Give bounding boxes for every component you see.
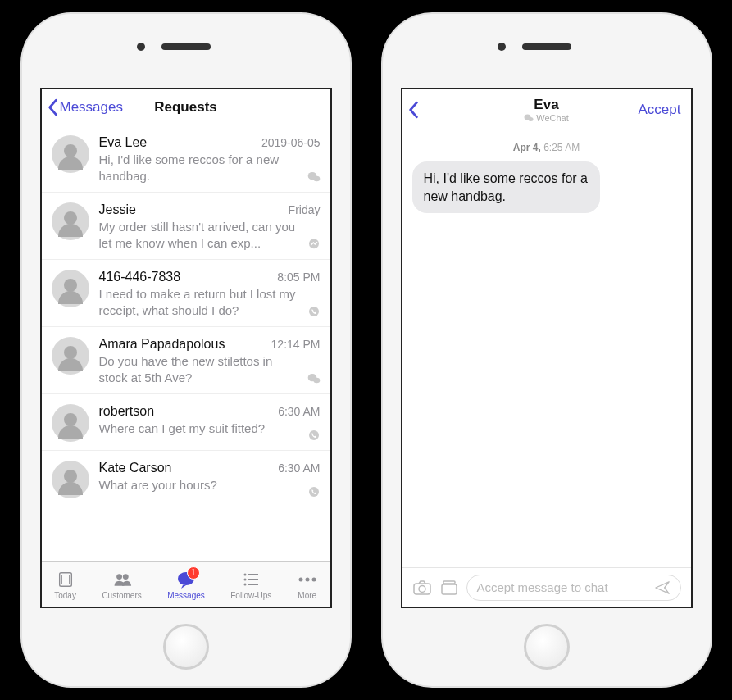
request-row[interactable]: JessieFridayMy order still hasn't arrive… <box>42 193 330 260</box>
wechat-icon <box>307 372 321 385</box>
chat-body: Apr 4, 6:25 AM Hi, I'd like some reccos … <box>402 130 691 567</box>
message-bubble: Hi, I'd like some reccos for a new handb… <box>412 161 601 213</box>
row-preview: My order still hasn't arrived, can you l… <box>99 219 321 251</box>
svg-point-10 <box>116 574 122 580</box>
row-body: JessieFridayMy order still hasn't arrive… <box>99 202 321 251</box>
back-button[interactable]: Messages <box>47 98 123 116</box>
row-body: Amara Papadapolous12:14 PMDo you have th… <box>99 337 321 385</box>
tab-messages[interactable]: Messages1 <box>167 570 205 600</box>
row-name: Kate Carson <box>99 461 172 475</box>
request-row[interactable]: robertson6:30 AMWhere can I get my suit … <box>42 394 330 451</box>
wechat-icon <box>307 170 321 184</box>
tab-badge: 1 <box>187 566 200 580</box>
row-name: Amara Papadapolous <box>99 337 225 352</box>
phone-speaker <box>522 43 571 50</box>
tab-label: Messages <box>167 591 205 600</box>
camera-icon[interactable] <box>412 580 432 596</box>
messenger-icon <box>307 238 321 251</box>
svg-point-21 <box>311 577 316 581</box>
avatar <box>52 337 89 375</box>
row-time: 12:14 PM <box>271 338 321 351</box>
tab-more[interactable]: More <box>298 570 317 600</box>
svg-rect-27 <box>443 581 455 584</box>
svg-point-6 <box>309 430 319 440</box>
page-title: Requests <box>154 99 217 116</box>
tab-label: Today <box>54 591 76 600</box>
avatar <box>52 202 89 240</box>
row-name: Eva Lee <box>99 135 148 150</box>
phone-speaker <box>161 43 211 50</box>
phone-camera <box>137 43 145 51</box>
whatsapp-icon <box>307 429 321 442</box>
svg-rect-26 <box>442 584 457 594</box>
chevron-left-icon <box>47 98 58 116</box>
row-time: 6:30 AM <box>278 405 320 418</box>
whatsapp-icon <box>307 305 321 318</box>
request-list[interactable]: Eva Lee2019-06-05Hi, I'd like some recco… <box>42 125 330 561</box>
row-body: 416-446-78388:05 PMI need to make a retu… <box>99 270 321 318</box>
send-icon <box>654 580 671 595</box>
row-preview: What are your hours? <box>99 477 321 493</box>
accept-button[interactable]: Accept <box>639 102 681 118</box>
row-name: robertson <box>99 404 155 419</box>
svg-rect-18 <box>248 584 258 585</box>
request-row[interactable]: Kate Carson6:30 AMWhat are your hours? <box>42 451 330 507</box>
avatar <box>52 404 89 442</box>
chat-subtitle-text: WeChat <box>536 113 569 123</box>
row-body: Kate Carson6:30 AMWhat are your hours? <box>99 461 321 498</box>
chat-title: Eva <box>534 97 558 113</box>
request-row[interactable]: 416-446-78388:05 PMI need to make a retu… <box>42 260 330 327</box>
row-preview: Hi, I'd like some reccos for a new handb… <box>99 152 321 184</box>
phone-camera <box>498 43 506 51</box>
phone-left: Messages Requests Eva Lee2019-06-05Hi, I… <box>22 14 350 686</box>
svg-point-19 <box>298 577 302 581</box>
chat-subtitle: WeChat <box>524 113 569 123</box>
row-preview: Do you have the new stilettos in stock a… <box>99 353 321 385</box>
home-button[interactable] <box>524 624 570 670</box>
tab-icon <box>298 570 317 589</box>
svg-point-17 <box>244 583 247 585</box>
row-time: 8:05 PM <box>277 270 320 284</box>
tab-label: Customers <box>102 591 141 600</box>
phone-right: Eva WeChat Accept Apr 4, 6:25 AM Hi, I'd… <box>383 14 711 686</box>
gallery-icon[interactable] <box>440 580 458 596</box>
composer-placeholder: Accept message to chat <box>477 580 608 594</box>
avatar <box>52 270 89 307</box>
tab-icon <box>241 570 261 589</box>
svg-point-25 <box>419 585 425 592</box>
chat-timestamp-time: 6:25 AM <box>543 142 580 153</box>
row-time: 2019-06-05 <box>261 136 321 149</box>
svg-point-15 <box>244 578 247 580</box>
row-preview: I need to make a return but I lost my re… <box>99 286 321 318</box>
svg-point-20 <box>305 577 309 581</box>
tab-follow-ups[interactable]: Follow-Ups <box>230 570 271 600</box>
back-label: Messages <box>60 99 123 116</box>
tab-label: Follow-Ups <box>230 591 271 600</box>
svg-point-5 <box>313 378 320 384</box>
chat-timestamp: Apr 4, 6:25 AM <box>412 142 681 153</box>
svg-point-13 <box>244 573 247 575</box>
row-time: Friday <box>289 203 321 216</box>
back-button[interactable] <box>407 101 419 119</box>
whatsapp-icon <box>307 485 321 498</box>
svg-rect-16 <box>248 579 258 580</box>
svg-rect-14 <box>248 574 258 575</box>
row-time: 6:30 AM <box>278 461 320 475</box>
svg-point-23 <box>529 117 534 121</box>
navbar: Eva WeChat Accept <box>402 89 691 130</box>
chevron-left-icon <box>407 101 419 119</box>
tab-icon <box>112 570 132 589</box>
row-name: Jessie <box>99 202 136 217</box>
composer-input[interactable]: Accept message to chat <box>466 575 681 601</box>
composer: Accept message to chat <box>402 567 691 607</box>
row-name: 416-446-7838 <box>99 270 181 284</box>
request-row[interactable]: Amara Papadapolous12:14 PMDo you have th… <box>42 327 330 394</box>
svg-point-11 <box>122 574 128 580</box>
request-row[interactable]: Eva Lee2019-06-05Hi, I'd like some recco… <box>42 125 330 193</box>
tab-customers[interactable]: Customers <box>102 570 141 600</box>
row-preview: Where can I get my suit fitted? <box>99 420 321 437</box>
screen-requests: Messages Requests Eva Lee2019-06-05Hi, I… <box>40 88 332 608</box>
tab-today[interactable]: Today <box>54 570 76 600</box>
home-button[interactable] <box>163 624 209 670</box>
screen-chat: Eva WeChat Accept Apr 4, 6:25 AM Hi, I'd… <box>401 88 693 608</box>
